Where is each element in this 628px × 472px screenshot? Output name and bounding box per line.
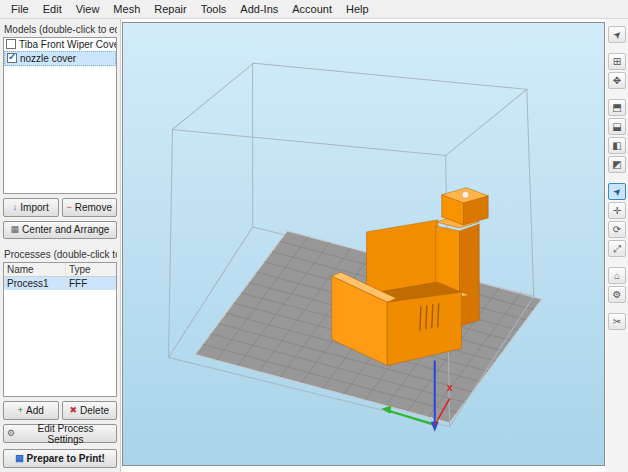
delete-x-icon: ✖: [70, 406, 78, 415]
x-axis-label: x: [447, 381, 454, 393]
center-arrange-icon: ▦: [11, 225, 20, 234]
menu-mesh[interactable]: Mesh: [106, 1, 147, 17]
remove-button-label: Remove: [75, 202, 112, 213]
process-name: Process1: [4, 277, 66, 290]
cube-iso-view-icon[interactable]: ◩: [608, 156, 626, 173]
menu-account[interactable]: Account: [285, 1, 339, 17]
left-sidebar: Models (double-click to edit) Tiba Front…: [0, 19, 121, 472]
edit-gear-icon: ⚙: [7, 429, 15, 438]
model-visibility-checkbox-checked[interactable]: [7, 53, 17, 63]
model-list-item[interactable]: Tiba Front Wiper Cover.STL: [4, 38, 116, 51]
menu-repair[interactable]: Repair: [147, 1, 193, 17]
edit-process-settings-label: Edit Process Settings: [18, 423, 113, 445]
prepare-to-print-label: Prepare to Print!: [27, 453, 105, 464]
process-type: FFF: [66, 277, 116, 290]
add-button-label: Add: [26, 405, 44, 416]
right-toolbar: ➤ ⊞ ✥ ⬒ ⬓ ◧ ◩ ➤ ✛ ⟳ ⤢ ⌂ ⚙ ✂: [606, 19, 628, 472]
app-window: File Edit View Mesh Repair Tools Add-Ins…: [0, 0, 628, 472]
model-list-item[interactable]: nozzle cover: [4, 51, 116, 66]
pan-view-icon[interactable]: ✥: [608, 72, 626, 89]
support-tool-icon[interactable]: ⌂: [608, 267, 626, 284]
menu-file[interactable]: File: [4, 1, 36, 17]
import-arrow-icon: ↓: [13, 203, 18, 212]
model-label: Tiba Front Wiper Cover.STL: [19, 39, 116, 50]
select-arrow-icon[interactable]: ➤: [608, 26, 626, 43]
remove-button[interactable]: − Remove: [62, 198, 118, 217]
cube-front-view-icon[interactable]: ⬓: [608, 118, 626, 135]
menu-bar: File Edit View Mesh Repair Tools Add-Ins…: [0, 0, 628, 19]
delete-process-button[interactable]: ✖ Delete: [62, 401, 118, 420]
add-process-button[interactable]: + Add: [3, 401, 59, 420]
cursor-tool-icon[interactable]: ➤: [608, 183, 626, 200]
center-arrange-button[interactable]: ▦ Center and Arrange: [3, 221, 117, 240]
fit-view-icon[interactable]: ⊞: [608, 53, 626, 70]
models-section-title: Models (double-click to edit): [3, 22, 117, 37]
cross-section-icon[interactable]: ✂: [608, 313, 626, 330]
prepare-to-print-button[interactable]: ▤ Prepare to Print!: [3, 449, 117, 468]
viewport-scene: x: [123, 23, 604, 465]
center-arrange-label: Center and Arrange: [22, 224, 109, 235]
column-header-type: Type: [66, 263, 116, 276]
rotate-tool-icon[interactable]: ⟳: [608, 221, 626, 238]
model-visibility-checkbox[interactable]: [6, 39, 16, 49]
cube-side-view-icon[interactable]: ◧: [608, 137, 626, 154]
edit-process-settings-button[interactable]: ⚙ Edit Process Settings: [3, 424, 117, 443]
models-list[interactable]: Tiba Front Wiper Cover.STL nozzle cover: [3, 37, 117, 194]
import-button-label: Import: [20, 202, 48, 213]
remove-minus-icon: −: [66, 203, 71, 212]
move-tool-icon[interactable]: ✛: [608, 202, 626, 219]
column-header-name: Name: [4, 263, 66, 276]
menu-view[interactable]: View: [69, 1, 107, 17]
process-row[interactable]: Process1 FFF: [4, 277, 116, 290]
menu-tools[interactable]: Tools: [194, 1, 234, 17]
settings-gear-icon[interactable]: ⚙: [608, 286, 626, 303]
processes-table[interactable]: Name Type Process1 FFF: [3, 262, 117, 398]
model-label: nozzle cover: [20, 53, 76, 64]
processes-table-header: Name Type: [4, 263, 116, 277]
import-button[interactable]: ↓ Import: [3, 198, 59, 217]
viewport-3d[interactable]: x: [122, 22, 605, 466]
menu-help[interactable]: Help: [339, 1, 376, 17]
add-plus-icon: +: [18, 406, 23, 415]
delete-button-label: Delete: [80, 405, 109, 416]
menu-addins[interactable]: Add-Ins: [233, 1, 285, 17]
scale-tool-icon[interactable]: ⤢: [608, 240, 626, 257]
menu-edit[interactable]: Edit: [36, 1, 69, 17]
processes-section-title: Processes (double-click to edit): [3, 247, 117, 262]
printer-icon: ▤: [15, 454, 24, 463]
cube-top-view-icon[interactable]: ⬒: [608, 99, 626, 116]
